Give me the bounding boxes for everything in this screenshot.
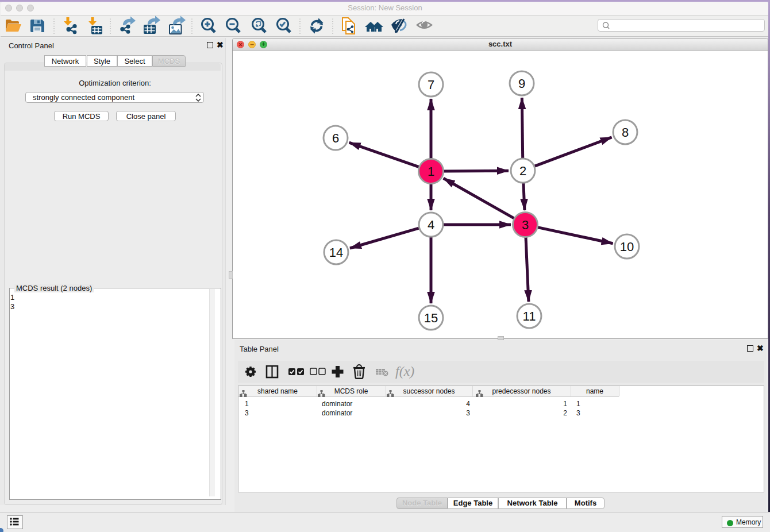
svg-text:9: 9 <box>518 76 525 91</box>
svg-text:8: 8 <box>622 125 629 140</box>
svg-text:14: 14 <box>329 245 343 260</box>
svg-text:10: 10 <box>620 240 634 254</box>
svg-text:4: 4 <box>428 218 434 232</box>
svg-text:f(x): f(x) <box>395 364 414 379</box>
svg-text:2: 2 <box>519 164 526 178</box>
svg-text:7: 7 <box>428 78 434 92</box>
svg-text:1: 1 <box>428 164 434 179</box>
svg-text:6: 6 <box>332 131 339 145</box>
svg-text:11: 11 <box>523 309 536 323</box>
svg-text:3: 3 <box>522 218 529 232</box>
svg-text:15: 15 <box>424 311 438 325</box>
